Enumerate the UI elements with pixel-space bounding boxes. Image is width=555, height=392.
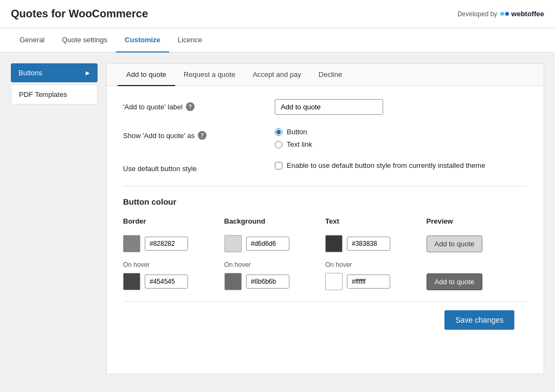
default-button-style-label: Use default button style [123, 165, 197, 173]
logo-dot-darkblue [505, 12, 509, 16]
add-to-quote-label-row: 'Add to quote' label ? [123, 99, 527, 115]
border-normal-swatch[interactable] [123, 235, 140, 252]
save-changes-button[interactable]: Save changes [444, 310, 514, 330]
app-title: Quotes for WooCommerce [11, 8, 148, 20]
preview-hover-cell: Add to quote [427, 273, 528, 290]
default-button-style-control: Enable to use default button style from … [275, 161, 527, 169]
show-as-radio-group: Button Text link [275, 128, 527, 148]
radio-button-label: Button [287, 128, 307, 136]
background-normal-swatch[interactable] [224, 235, 242, 252]
text-hover-label: On hover [325, 261, 427, 269]
tab-licence[interactable]: Licence [169, 28, 211, 53]
nav-tabs: General Quote settings Customize Licence [0, 28, 555, 53]
tab-quote-settings[interactable]: Quote settings [53, 28, 116, 53]
color-hover-row: Add to quote [123, 273, 527, 290]
preview-header: Preview [427, 217, 528, 230]
show-as-label-group: Show 'Add to quote' as ? [123, 128, 264, 140]
divider [123, 186, 527, 186]
background-hover-cell [224, 273, 326, 290]
preview-normal-cell: Add to quote [427, 236, 528, 252]
default-button-style-label-group: Use default button style [123, 161, 264, 173]
background-header: Background [224, 217, 326, 230]
radio-text-link-label: Text link [287, 140, 312, 148]
add-to-quote-label-text: 'Add to quote' label [123, 103, 183, 111]
radio-text-link-input[interactable] [275, 141, 282, 148]
developed-by: Developed by webtoffee [457, 10, 544, 18]
add-to-quote-input[interactable] [275, 99, 383, 115]
color-table-header: Border Background Text Preview [123, 217, 527, 230]
text-hover-input[interactable] [347, 275, 390, 289]
border-hover-input[interactable] [145, 275, 188, 289]
background-normal-input[interactable] [246, 237, 289, 251]
main-content: Buttons PDF Templates Add to quote Reque… [0, 53, 555, 385]
sidebar-item-buttons[interactable]: Buttons [11, 63, 98, 82]
app-header: Quotes for WooCommerce Developed by webt… [0, 0, 555, 28]
add-to-quote-help-icon[interactable]: ? [186, 102, 195, 111]
panel-body: 'Add to quote' label ? Show 'Add to quot… [107, 86, 544, 351]
sub-tab-accept-and-pay[interactable]: Accept and pay [244, 64, 310, 86]
background-hover-swatch[interactable] [224, 273, 242, 290]
border-normal-cell [123, 235, 224, 252]
color-normal-row: Add to quote [123, 235, 527, 252]
add-to-quote-input-group [275, 99, 527, 115]
text-normal-input[interactable] [347, 237, 390, 251]
preview-normal-button[interactable]: Add to quote [427, 236, 483, 252]
radio-text-link-option[interactable]: Text link [275, 140, 527, 148]
sub-tab-add-to-quote[interactable]: Add to quote [118, 64, 175, 86]
show-as-label-text: Show 'Add to quote' as [123, 132, 195, 140]
content-panel: Add to quote Request a quote Accept and … [106, 63, 544, 374]
default-button-style-row: Use default button style Enable to use d… [123, 161, 527, 173]
background-hover-input[interactable] [246, 275, 289, 289]
sub-tab-decline[interactable]: Decline [310, 64, 351, 86]
text-header: Text [325, 217, 427, 230]
add-to-quote-label-group: 'Add to quote' label ? [123, 99, 264, 111]
text-normal-swatch[interactable] [325, 235, 343, 252]
tab-general[interactable]: General [11, 28, 53, 53]
default-button-style-checkbox[interactable] [275, 162, 282, 169]
text-hover-cell [325, 273, 427, 290]
on-hover-labels-row: On hover On hover On hover [123, 261, 527, 269]
footer-bar: Save changes [123, 301, 527, 338]
default-button-style-desc: Enable to use default button style from … [287, 161, 485, 169]
radio-button-option[interactable]: Button [275, 128, 527, 136]
sidebar: Buttons PDF Templates [11, 63, 98, 374]
background-normal-cell [224, 235, 326, 252]
sub-tabs: Add to quote Request a quote Accept and … [107, 64, 544, 86]
preview-hover-button[interactable]: Add to quote [427, 273, 483, 290]
text-hover-swatch[interactable] [325, 273, 343, 290]
border-hover-cell [123, 273, 224, 290]
show-as-row: Show 'Add to quote' as ? Button Text lin… [123, 128, 527, 148]
sidebar-item-pdf-templates[interactable]: PDF Templates [11, 84, 98, 104]
button-colour-title: Button colour [123, 197, 527, 206]
logo-dots [500, 12, 509, 16]
radio-button-input[interactable] [275, 128, 282, 136]
border-hover-label: On hover [123, 261, 224, 269]
background-hover-label: On hover [224, 261, 326, 269]
webtoffee-name: webtoffee [511, 10, 544, 18]
show-as-control-group: Button Text link [275, 128, 527, 148]
text-normal-cell [325, 235, 427, 252]
border-header: Border [123, 217, 224, 230]
show-as-help-icon[interactable]: ? [198, 131, 206, 140]
sub-tab-request-a-quote[interactable]: Request a quote [175, 64, 244, 86]
border-normal-input[interactable] [145, 237, 188, 251]
developed-by-text: Developed by [457, 10, 497, 18]
border-hover-swatch[interactable] [123, 273, 140, 290]
webtoffee-logo: webtoffee [500, 10, 544, 18]
default-button-style-checkbox-row: Enable to use default button style from … [275, 161, 527, 169]
tab-customize[interactable]: Customize [116, 28, 169, 53]
logo-dot-blue [500, 12, 504, 16]
